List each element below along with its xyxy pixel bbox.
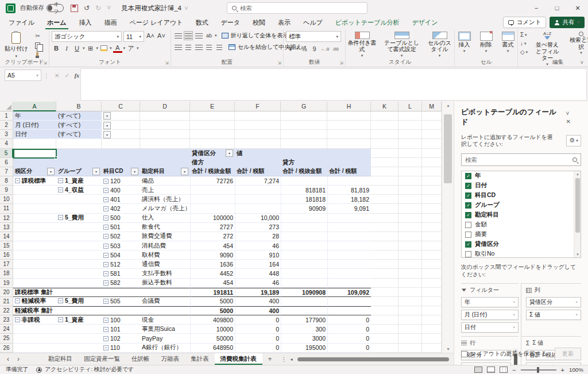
grid-cell[interactable] [13,204,56,213]
column-header-G[interactable]: G [281,102,327,111]
grid-cell[interactable]: −400 [102,186,140,195]
grid-cell[interactable]: 19,189 [235,288,281,297]
filter-dropdown-button[interactable]: ▾ [103,131,111,138]
horizontal-scrollbar[interactable]: ◂ [291,356,451,362]
grid-cell[interactable]: −4_収益 [56,186,102,195]
grid-cell[interactable]: 100000 [190,214,235,223]
collapse-button[interactable]: − [58,298,63,303]
grid-cell[interactable]: 46 [235,279,281,288]
borders-button[interactable]: ⊞ [86,44,95,53]
grid-cell[interactable] [422,306,442,315]
filter-dropdown-button[interactable]: ▾ [47,168,55,175]
grid-cell[interactable] [399,149,422,158]
cut-button[interactable]: ✂ [32,32,42,40]
grid-cell[interactable]: 月 (日付) [13,121,56,130]
ribbon-tab-挿入[interactable]: 挿入 [73,16,98,29]
grid-cell[interactable] [422,130,442,139]
row-header-20[interactable]: 20 [0,288,13,297]
grid-cell[interactable]: 72726 [190,176,235,186]
grid-cell[interactable] [190,130,235,139]
grid-cell[interactable]: −1_資産 [56,176,102,186]
formula-input[interactable] [80,68,587,101]
grid-cell[interactable]: 事業用Suica [140,325,190,334]
row-header-10[interactable]: 10 [0,195,13,204]
grid-cell[interactable]: −582 [102,279,140,288]
font-dialog-launcher[interactable]: ⇲ [165,60,169,65]
grid-cell[interactable]: 648950 [190,344,235,353]
column-header-F[interactable]: F [235,102,281,111]
grid-cell[interactable] [13,139,56,148]
column-header-D[interactable]: D [140,102,190,111]
grid-cell[interactable]: −110 [102,344,140,353]
grid-cell[interactable] [281,297,327,306]
sheet-tab-集計表[interactable]: 集計表 [185,353,215,365]
grid-cell[interactable]: 5000 [190,306,235,315]
collapse-button[interactable]: − [103,262,109,267]
grid-cell[interactable] [140,130,190,139]
grid-cell[interactable] [102,158,140,167]
select-all-corner[interactable] [0,102,13,111]
grid-cell[interactable] [56,306,102,315]
grid-cell[interactable] [140,306,190,315]
autosave-toggle[interactable]: 自動保存 オフ [20,4,64,12]
row-header-23[interactable]: 23 [0,315,13,325]
field-item[interactable]: ✓日付 [462,181,581,191]
field-search-input[interactable] [465,156,563,163]
sheet-tab-仕訳帳[interactable]: 仕訳帳 [126,353,156,365]
pane-close-icon[interactable]: ✕ [566,118,571,125]
grid-cell[interactable] [56,195,102,204]
grid-cell[interactable]: −100 [102,315,140,325]
grid-cell[interactable]: 273 [235,223,281,232]
ribbon-tab-ホーム[interactable]: ホーム [41,16,73,29]
shrink-font-button[interactable]: A˅ [157,31,166,40]
grid-cell[interactable]: −500 [102,214,140,223]
align-bottom-button[interactable] [194,31,203,40]
row-header-11[interactable]: 11 [0,204,13,213]
grid-cell[interactable]: −非課税 [13,315,56,325]
grid-cell[interactable] [422,344,442,353]
grid-cell[interactable] [371,121,399,130]
grid-cell[interactable] [235,130,281,139]
grid-cell[interactable] [371,306,399,315]
grid-cell[interactable]: 1090908 [281,288,327,297]
grid-cell[interactable]: 振込手数料 [140,279,190,288]
grid-cell[interactable] [327,269,371,278]
field-checkbox[interactable] [465,232,471,238]
align-right-button[interactable] [194,43,203,52]
grid-cell[interactable]: −504 [102,250,140,260]
grid-cell[interactable]: 28 [235,232,281,241]
grid-cell[interactable] [327,111,371,121]
collapse-button[interactable]: − [58,317,63,322]
grid-cell[interactable] [327,121,371,130]
filter-dropdown-button[interactable]: ▾ [131,168,138,175]
grid-cell[interactable]: 現金 [140,315,190,325]
grid-cell[interactable] [399,344,422,353]
grid-cell[interactable]: 科目CD▾ [102,167,140,176]
grid-cell[interactable] [371,223,399,232]
grid-cell[interactable]: 支払手数料 [140,269,190,278]
ribbon-tab-数式[interactable]: 数式 [189,16,214,29]
grid-cell[interactable]: 818181 [281,186,327,195]
grid-cell[interactable] [235,158,281,167]
grid-cell[interactable] [13,232,56,241]
sheet-nav-right-icon[interactable]: › [17,355,20,363]
grid-cell[interactable]: 18,182 [327,195,371,204]
filter-dropdown-button[interactable]: ▾ [92,168,100,175]
grid-cell[interactable] [422,204,442,213]
restore-button[interactable]: □ [547,0,567,16]
area-field-chip[interactable]: 貸借区分˅ [526,297,581,307]
grid-cell[interactable] [422,260,442,269]
grid-cell[interactable]: グループ▾ [56,167,102,176]
grid-cell[interactable]: 年 [13,111,56,121]
grid-cell[interactable] [56,250,102,260]
grid-cell[interactable] [13,269,56,278]
defer-checkbox-box[interactable] [461,351,467,357]
grid-cell[interactable]: 300 [281,325,327,334]
font-size-combo[interactable]: 11▾ [123,31,144,42]
grid-cell[interactable] [13,241,56,250]
zoom-slider[interactable] [521,369,556,371]
field-item[interactable]: ✓年 [462,171,581,181]
grid-cell[interactable] [235,139,281,148]
row-header-4[interactable]: 4 [0,139,13,148]
grid-cell[interactable] [399,204,422,213]
